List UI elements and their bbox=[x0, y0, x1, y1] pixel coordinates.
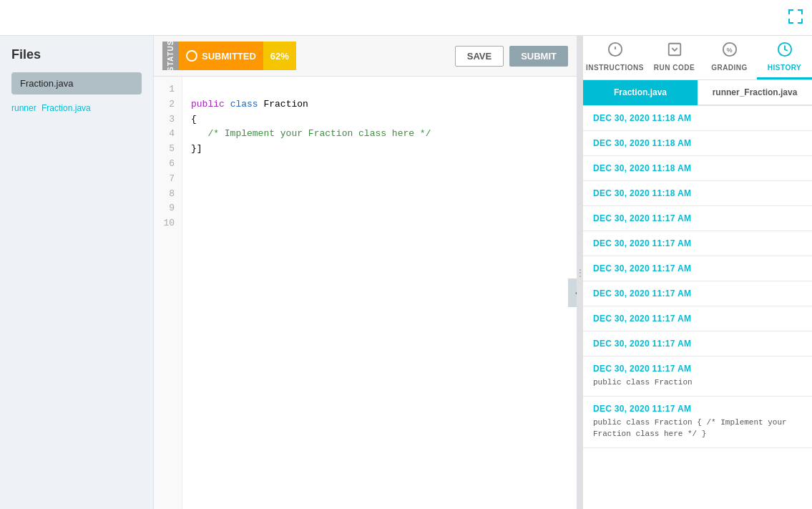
status-label: STATUS bbox=[162, 42, 179, 70]
tab-history-label: HISTORY bbox=[768, 64, 801, 72]
history-preview-11: public class Fraction { /* Implement you… bbox=[593, 417, 802, 440]
status-badge-wrap: STATUS SUBMITTED 62% bbox=[162, 42, 296, 70]
history-entry-10[interactable]: DEC 30, 2020 11:17 AM public class Fract… bbox=[583, 357, 812, 397]
code-content[interactable]: public class Fraction { /* Implement you… bbox=[182, 77, 577, 509]
history-entry-7[interactable]: DEC 30, 2020 11:17 AM bbox=[583, 281, 812, 306]
editor-actions: SAVE SUBMIT bbox=[455, 46, 568, 67]
history-entry-0[interactable]: DEC 30, 2020 11:18 AM bbox=[583, 106, 812, 131]
drag-handle[interactable] bbox=[577, 36, 583, 509]
history-date-1: DEC 30, 2020 11:18 AM bbox=[593, 138, 802, 148]
editor-area: STATUS SUBMITTED 62% SAVE SUBMIT 12345 6… bbox=[154, 36, 577, 509]
submitted-circle-icon bbox=[186, 50, 197, 62]
code-editor[interactable]: 12345 678910 public class Fraction { /* … bbox=[154, 77, 577, 509]
history-date-11: DEC 30, 2020 11:17 AM bbox=[593, 404, 802, 414]
history-preview-10: public class Fraction bbox=[593, 377, 802, 389]
top-bar bbox=[0, 0, 812, 36]
svg-text:%: % bbox=[726, 47, 733, 54]
history-date-7: DEC 30, 2020 11:17 AM bbox=[593, 289, 802, 299]
history-file-tabs: Fraction.java runner_Fraction.java bbox=[583, 80, 812, 106]
tab-run-code[interactable]: RUN CODE bbox=[647, 36, 702, 79]
file-item-fraction[interactable]: Fraction.java bbox=[11, 72, 142, 94]
history-entry-4[interactable]: DEC 30, 2020 11:17 AM bbox=[583, 206, 812, 231]
tab-grading-label: GRADING bbox=[711, 64, 748, 72]
tab-instructions-label: INSTRUCTIONS bbox=[586, 64, 644, 72]
history-date-5: DEC 30, 2020 11:17 AM bbox=[593, 238, 802, 248]
tab-history[interactable]: HISTORY bbox=[757, 36, 812, 79]
sidebar-title: Files bbox=[11, 47, 142, 62]
history-file-tab-fraction[interactable]: Fraction.java bbox=[583, 80, 698, 105]
collapse-panel-button[interactable]: ‹ bbox=[568, 278, 577, 307]
percent-badge: 62% bbox=[263, 42, 296, 70]
history-icon bbox=[777, 42, 793, 61]
history-entry-1[interactable]: DEC 30, 2020 11:18 AM bbox=[583, 131, 812, 156]
submit-button[interactable]: SUBMIT bbox=[509, 46, 568, 67]
history-entry-8[interactable]: DEC 30, 2020 11:17 AM bbox=[583, 306, 812, 331]
history-date-3: DEC 30, 2020 11:18 AM bbox=[593, 188, 802, 198]
run-code-icon bbox=[667, 42, 683, 61]
submitted-badge: SUBMITTED bbox=[179, 42, 263, 70]
runner-link[interactable]: runner Fraction.java bbox=[11, 100, 142, 116]
history-entry-2[interactable]: DEC 30, 2020 11:18 AM bbox=[583, 156, 812, 181]
instructions-icon bbox=[607, 42, 623, 61]
history-date-10: DEC 30, 2020 11:17 AM bbox=[593, 364, 802, 374]
sidebar: Files Fraction.java runner Fraction.java bbox=[0, 36, 154, 509]
grading-icon: % bbox=[722, 42, 738, 61]
tab-grading[interactable]: % GRADING bbox=[702, 36, 757, 79]
editor-header: STATUS SUBMITTED 62% SAVE SUBMIT bbox=[154, 36, 577, 77]
history-date-2: DEC 30, 2020 11:18 AM bbox=[593, 163, 802, 173]
save-button[interactable]: SAVE bbox=[455, 46, 504, 67]
history-content: Fraction.java runner_Fraction.java DEC 3… bbox=[583, 80, 812, 509]
history-entry-6[interactable]: DEC 30, 2020 11:17 AM bbox=[583, 256, 812, 281]
svg-rect-3 bbox=[668, 44, 680, 56]
main-layout: Files Fraction.java runner Fraction.java… bbox=[0, 36, 812, 509]
history-entry-3[interactable]: DEC 30, 2020 11:18 AM bbox=[583, 181, 812, 206]
history-date-4: DEC 30, 2020 11:17 AM bbox=[593, 213, 802, 223]
right-panel: INSTRUCTIONS RUN CODE % GRADING bbox=[583, 36, 812, 509]
history-entry-9[interactable]: DEC 30, 2020 11:17 AM bbox=[583, 331, 812, 357]
history-date-8: DEC 30, 2020 11:17 AM bbox=[593, 314, 802, 324]
history-file-tab-runner[interactable]: runner_Fraction.java bbox=[698, 80, 812, 105]
history-date-6: DEC 30, 2020 11:17 AM bbox=[593, 263, 802, 273]
submitted-text: SUBMITTED bbox=[202, 51, 256, 62]
history-entry-5[interactable]: DEC 30, 2020 11:17 AM bbox=[583, 231, 812, 256]
tab-run-code-label: RUN CODE bbox=[654, 64, 695, 72]
history-date-9: DEC 30, 2020 11:17 AM bbox=[593, 339, 802, 349]
history-date-0: DEC 30, 2020 11:18 AM bbox=[593, 113, 802, 123]
history-entry-11[interactable]: DEC 30, 2020 11:17 AM public class Fract… bbox=[583, 397, 812, 448]
expand-icon[interactable] bbox=[788, 9, 803, 27]
line-numbers: 12345 678910 bbox=[154, 77, 182, 509]
right-tabs: INSTRUCTIONS RUN CODE % GRADING bbox=[583, 36, 812, 80]
tab-instructions[interactable]: INSTRUCTIONS bbox=[583, 36, 647, 79]
